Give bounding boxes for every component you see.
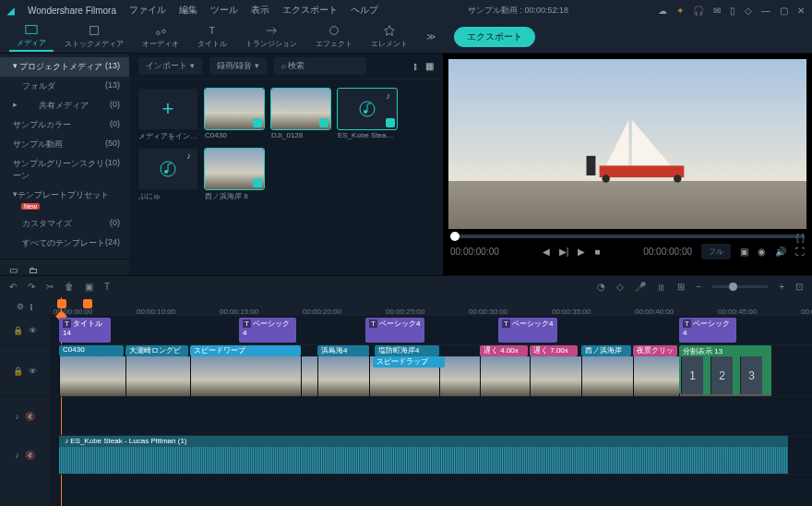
sidebar-item-template[interactable]: テンプレートプリセットNew — [0, 186, 129, 214]
menu-edit[interactable]: 編集 — [179, 4, 197, 17]
crop-icon[interactable]: ▣ — [740, 247, 748, 257]
text-tool-icon[interactable]: T — [104, 282, 110, 292]
filter-icon[interactable]: ⫿ — [413, 61, 418, 71]
undo-icon[interactable]: ↶ — [9, 282, 17, 292]
video-clip-label[interactable]: 夜景クリップ — [633, 345, 677, 356]
tab-audio[interactable]: オーディオ — [135, 22, 186, 51]
video-track[interactable]: C0430大瀬崎ロングビーチスピードワープ浜島海4塩防町海岸4スピードラップ遅く… — [50, 345, 812, 397]
marker-icon[interactable]: ◔ — [597, 282, 605, 292]
audio-clip[interactable]: ♪ ES_Kobe Steak - Lucas Pittman (1) — [59, 436, 788, 474]
tab-element[interactable]: エレメント — [364, 22, 415, 51]
notif-icon[interactable]: ▯ — [730, 6, 735, 16]
prev-frame-icon[interactable]: ◀ — [543, 247, 550, 257]
track-mute-icon[interactable]: 🔇 — [25, 451, 35, 460]
volume-icon[interactable]: 🔊 — [775, 247, 786, 257]
video-clip-label[interactable]: スピードワープ — [190, 345, 301, 356]
tips-icon[interactable]: ✦ — [676, 6, 684, 16]
message-icon[interactable]: ✉ — [713, 6, 721, 16]
video-clip-label[interactable]: 西ノ浜海岸 — [581, 345, 631, 356]
crop-tool-icon[interactable]: ▣ — [85, 282, 93, 292]
video-clip-label[interactable]: 大瀬崎ロングビーチ — [125, 345, 188, 356]
sidebar-item-project[interactable]: プロジェクトメディア(13) — [0, 57, 129, 77]
preview-scrubber[interactable]: { } — [450, 235, 805, 238]
media-thumb[interactable]: C0430 — [205, 89, 264, 141]
menu-help[interactable]: ヘルプ — [351, 4, 378, 17]
title-clip[interactable]: タイトル14 — [59, 318, 111, 343]
track-lock-icon[interactable]: 🔒 — [13, 326, 23, 335]
play-icon[interactable]: ▶ — [578, 247, 585, 257]
audio-track-1[interactable] — [50, 397, 812, 436]
folder-icon[interactable]: 🗀 — [29, 265, 38, 275]
minimize-icon[interactable]: — — [761, 6, 770, 16]
track-lock-icon[interactable]: 🔒 — [13, 367, 23, 376]
sidebar-item-video[interactable]: サンプル動画(50) — [0, 135, 129, 154]
sidebar-item-alltpl[interactable]: すべてのテンプレート(24) — [0, 234, 129, 253]
menu-tools[interactable]: ツール — [210, 4, 238, 17]
title-clip[interactable]: ベーシック4 — [239, 318, 296, 343]
video-clip-label[interactable]: 浜島海4 — [317, 345, 369, 356]
cloud-icon[interactable]: ☁ — [658, 6, 667, 16]
tab-media[interactable]: メディア — [9, 21, 54, 52]
media-thumb[interactable]: ♪ES_Kobe Steak - Lucas Pitt... — [338, 89, 397, 141]
auto-icon[interactable]: ⊞ — [677, 282, 685, 292]
mixer-icon[interactable]: ⫼ — [657, 282, 666, 292]
delete-icon[interactable]: 🗑 — [65, 282, 74, 292]
keyframe-icon[interactable]: ◇ — [616, 282, 624, 292]
track-eye-icon[interactable]: 👁 — [29, 326, 37, 335]
sidebar-item-shared[interactable]: 共有メディア(0) — [0, 96, 129, 115]
tabs-more-icon[interactable]: ≫ — [419, 31, 443, 42]
video-clip-label[interactable]: スピードラップ — [373, 356, 445, 367]
sidebar-item-color[interactable]: サンプルカラー(0) — [0, 115, 129, 135]
video-clip-label[interactable]: C0430 — [59, 345, 124, 356]
close-icon[interactable]: ✕ — [797, 6, 805, 16]
save-icon[interactable]: ▭ — [9, 265, 18, 275]
mic-icon[interactable]: 🎤 — [635, 282, 646, 292]
timeline-ruler[interactable]: 00:00:00:0000:00:10:0000:00:15:0000:00:2… — [50, 297, 812, 316]
tab-title[interactable]: Tタイトル — [190, 22, 234, 51]
track-mute-icon[interactable]: 🔇 — [25, 412, 35, 421]
tab-transition[interactable]: トランジション — [238, 22, 304, 51]
preview-video[interactable] — [448, 59, 806, 229]
title-clip[interactable]: ベーシック4 — [498, 318, 557, 343]
fullscreen-icon[interactable]: ⛶ — [795, 247, 805, 257]
title-clip[interactable]: ベーシック4 — [365, 318, 424, 343]
video-clip-label[interactable]: 遅く 4.00x — [480, 345, 528, 356]
stop-icon[interactable]: ■ — [594, 247, 600, 257]
grid-icon[interactable]: ▦ — [425, 61, 434, 71]
snapshot-icon[interactable]: ◉ — [758, 247, 766, 257]
split-cell[interactable]: 1 — [681, 356, 703, 394]
media-thumb[interactable]: 西ノ浜海岸 8 — [205, 149, 264, 201]
sidebar-item-green[interactable]: サンプルグリーンスクリーン(10) — [0, 154, 129, 186]
marker-icon[interactable] — [83, 299, 92, 308]
audio-track-icon[interactable]: ♪ — [15, 412, 19, 421]
audio-track-2[interactable]: ♪ ES_Kobe Steak - Lucas Pittman (1) — [50, 436, 812, 475]
split-cell[interactable]: 2 — [710, 356, 733, 394]
media-thumb[interactable]: +メディアをインポート — [138, 89, 197, 141]
media-thumb[interactable]: ♪ぶにゅ — [138, 149, 197, 201]
title-clip[interactable]: ベーシック4 — [679, 318, 736, 343]
sidebar-item-custom[interactable]: カスタマイズ(0) — [0, 214, 129, 234]
tab-effect[interactable]: エフェクト — [308, 22, 360, 51]
tl-filter-icon[interactable]: ⫿ — [30, 302, 34, 311]
account-icon[interactable]: ◇ — [745, 6, 752, 16]
search-input[interactable]: ⌕ 検索 — [274, 57, 366, 75]
audio-track-icon[interactable]: ♪ — [15, 451, 19, 460]
menu-view[interactable]: 表示 — [251, 4, 269, 17]
title-track[interactable]: タイトル14ベーシック4ベーシック4ベーシック4ベーシック4 — [50, 316, 812, 345]
video-clip-label[interactable]: 遅く 7.00x — [530, 345, 578, 356]
zoom-out-icon[interactable]: − — [696, 282, 701, 292]
maximize-icon[interactable]: ▢ — [780, 6, 788, 16]
menu-file[interactable]: ファイル — [129, 4, 166, 17]
zoom-slider[interactable] — [712, 285, 768, 288]
cut-icon[interactable]: ✂ — [46, 282, 54, 292]
export-button[interactable]: エクスポート — [454, 27, 535, 47]
zoom-in-icon[interactable]: + — [779, 282, 784, 292]
fit-icon[interactable]: ⊡ — [795, 282, 803, 292]
media-thumb[interactable]: DJI_0128 — [271, 89, 330, 141]
tab-stock[interactable]: ストックメディア — [57, 22, 131, 51]
redo-icon[interactable]: ↷ — [28, 282, 35, 292]
split-cell[interactable]: 3 — [740, 356, 762, 394]
support-icon[interactable]: 🎧 — [693, 6, 704, 16]
sort-dropdown[interactable]: 録画/録音 ▾ — [209, 57, 267, 75]
import-dropdown[interactable]: インポート ▾ — [138, 57, 202, 75]
